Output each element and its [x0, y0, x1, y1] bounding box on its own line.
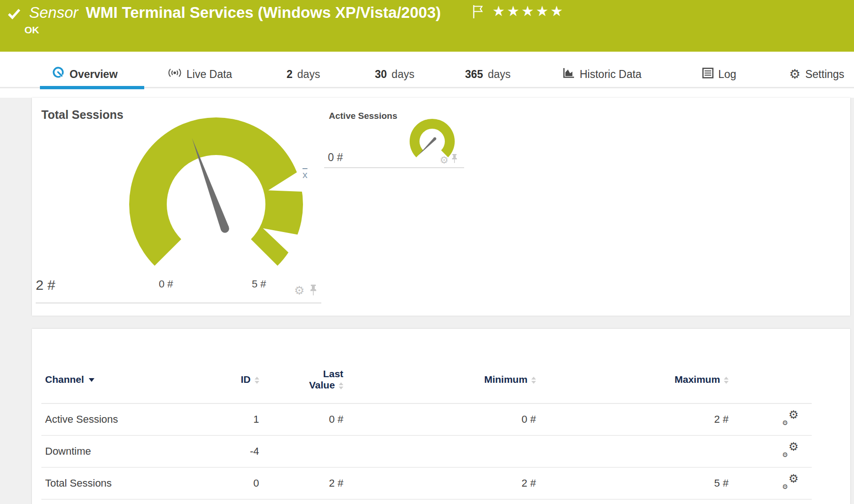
- channel-maximum: 2 #: [540, 403, 732, 435]
- channel-minimum: 2 #: [347, 467, 540, 499]
- sort-arrows-icon: [724, 377, 729, 384]
- column-header-minimum[interactable]: Minimum: [347, 356, 540, 403]
- channel-id: -4: [205, 435, 263, 467]
- priority-stars[interactable]: ★★★★★: [492, 3, 565, 19]
- gauge-settings-gear-icon[interactable]: ⚙: [440, 155, 449, 165]
- channels-panel: Channel ID Last Value Minimum Maximum: [32, 329, 850, 504]
- channel-settings-gears-icon[interactable]: ⚙⚙: [782, 474, 799, 489]
- tab-number: 365: [465, 68, 483, 81]
- tab-log[interactable]: Log: [702, 65, 736, 84]
- gauge-pin-icon[interactable]: [309, 285, 318, 298]
- gauge-needle: [418, 138, 436, 155]
- tab-label: Live Data: [186, 68, 232, 81]
- gauges-panel: Total Sessions x 0 # 5 # 2 # ⚙ Active Se…: [32, 98, 850, 316]
- channel-id: 0: [205, 467, 263, 499]
- channel-name[interactable]: Active Sessions: [41, 403, 205, 435]
- tab-label: Historic Data: [580, 68, 642, 81]
- active-sessions-gauge-title: Active Sessions: [329, 111, 397, 121]
- prtg-sensor-page: { "header": { "kind_label": "Sensor", "t…: [0, 0, 854, 504]
- total-sessions-gauge: [85, 103, 366, 319]
- tab-live-data[interactable]: Live Data: [168, 65, 232, 84]
- sort-arrows-icon: [531, 377, 536, 384]
- tab-settings[interactable]: ⚙ Settings: [789, 65, 844, 84]
- gauge-icon: [53, 67, 65, 82]
- channel-maximum: 5 #: [540, 467, 732, 499]
- active-sessions-current-value: 0 #: [328, 151, 343, 164]
- channel-settings-gears-icon[interactable]: ⚙⚙: [782, 411, 799, 426]
- sort-desc-caret-icon: [89, 378, 94, 382]
- tab-30-days[interactable]: 30 days: [375, 65, 414, 84]
- column-header-channel[interactable]: Channel: [41, 356, 205, 403]
- gauge-divider: [324, 167, 464, 168]
- tab-unit: days: [392, 68, 415, 81]
- mean-marker: x: [303, 169, 308, 180]
- channels-table: Channel ID Last Value Minimum Maximum: [41, 356, 812, 500]
- channel-id: 1: [205, 403, 263, 435]
- gauge-divider: [36, 302, 321, 303]
- table-row: Active Sessions 1 0 # 0 # 2 # ⚙⚙: [41, 403, 812, 435]
- tab-unit: days: [297, 68, 320, 81]
- tab-label: Log: [718, 68, 736, 81]
- sort-arrows-icon: [255, 377, 259, 384]
- column-header-maximum[interactable]: Maximum: [540, 356, 732, 403]
- active-tab-underline: [40, 86, 144, 89]
- table-row: Downtime -4 ⚙⚙: [41, 435, 812, 467]
- gauge-scale-min: 0 #: [159, 278, 173, 290]
- tab-2-days[interactable]: 2 days: [287, 65, 320, 84]
- channel-minimum: 0 #: [347, 403, 540, 435]
- sensor-title: WMI Terminal Services (Windows XP/Vista/…: [86, 4, 441, 22]
- column-header-actions: [732, 356, 812, 403]
- column-header-last-value[interactable]: Last Value: [263, 356, 347, 403]
- tab-bar: Overview Live Data 2 days 30 days 365 da…: [0, 52, 854, 98]
- table-row: Total Sessions 0 2 # 2 # 5 # ⚙⚙: [41, 467, 812, 499]
- status-text: OK: [24, 24, 39, 36]
- tab-365-days[interactable]: 365 days: [465, 65, 511, 84]
- tab-number: 30: [375, 68, 387, 81]
- tab-label: Settings: [805, 68, 844, 81]
- channel-maximum: [540, 435, 732, 467]
- gauge-settings-gear-icon[interactable]: ⚙: [294, 285, 304, 296]
- channel-name[interactable]: Total Sessions: [41, 467, 205, 499]
- table-header-row: Channel ID Last Value Minimum Maximum: [41, 356, 812, 403]
- channel-last-value: 0 #: [263, 403, 347, 435]
- channel-settings-gears-icon[interactable]: ⚙⚙: [782, 442, 799, 457]
- log-list-icon: [702, 68, 714, 81]
- channel-name[interactable]: Downtime: [41, 435, 205, 467]
- sort-arrows-icon: [339, 382, 343, 389]
- channel-minimum: [347, 435, 540, 467]
- column-header-id[interactable]: ID: [205, 356, 263, 403]
- tab-unit: days: [488, 68, 511, 81]
- gauge-scale-max: 5 #: [252, 278, 266, 290]
- sensor-status-banner: Sensor WMI Terminal Services (Windows XP…: [0, 0, 854, 52]
- tab-number: 2: [287, 68, 293, 81]
- tab-label: Overview: [70, 68, 117, 81]
- area-chart-icon: [563, 67, 575, 81]
- gear-icon: ⚙: [789, 68, 800, 81]
- channel-last-value: [263, 435, 347, 467]
- status-check-icon: [8, 8, 21, 22]
- total-sessions-current-value: 2 #: [36, 277, 55, 293]
- gauge-pin-icon[interactable]: [451, 154, 458, 165]
- channel-last-value: 2 #: [263, 467, 347, 499]
- tab-overview[interactable]: Overview: [53, 65, 117, 84]
- flag-icon[interactable]: [473, 5, 484, 21]
- live-broadcast-icon: [168, 67, 182, 82]
- tab-historic-data[interactable]: Historic Data: [563, 65, 642, 84]
- object-kind-label: Sensor: [29, 4, 78, 22]
